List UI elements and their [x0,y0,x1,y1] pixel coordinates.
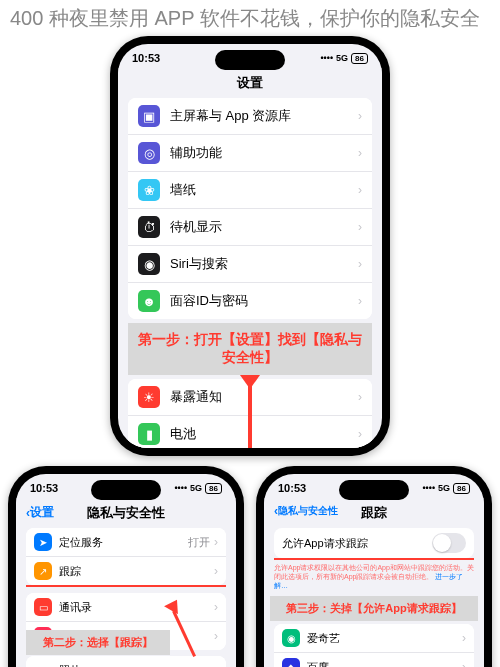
row-icon: ↗ [34,562,52,580]
row-icon: ☀ [138,386,160,408]
chevron-right-icon: › [358,257,362,271]
row-icon: ◆ [282,658,300,667]
row-label: 墙纸 [170,181,358,199]
back-label: 设置 [30,504,54,521]
row-label: 面容ID与密码 [170,292,358,310]
chevron-right-icon: › [462,631,466,645]
chevron-right-icon: › [358,146,362,160]
settings-list-2c: ✿照片›ᛒ蓝牙› [26,656,226,667]
setting-row[interactable]: ▣主屏幕与 App 资源库› [128,98,372,135]
setting-row[interactable]: ◆百度› [274,653,474,667]
phone-frame-1: 10:53 •••• 5G 86 设置 ▣主屏幕与 App 资源库›◎辅助功能›… [110,36,390,456]
setting-row[interactable]: ⏱待机显示› [128,209,372,246]
row-label: 跟踪 [59,564,214,579]
battery-icon: 86 [453,483,470,494]
status-time: 10:53 [132,52,160,64]
page-title: 隐私与安全性 [87,505,165,520]
row-label: 辅助功能 [170,144,358,162]
chevron-right-icon: › [214,535,218,549]
notch [339,480,409,500]
chevron-right-icon: › [358,294,362,308]
row-label: 定位服务 [59,535,188,550]
row-icon: ✿ [34,661,52,667]
chevron-right-icon: › [214,663,218,667]
chevron-right-icon: › [358,109,362,123]
row-label: 电池 [170,425,358,443]
network-label: 5G [190,483,202,493]
row-label: 照片 [59,663,214,668]
settings-list-2a: ➤定位服务打开›↗跟踪› [26,528,226,585]
chevron-right-icon: › [358,390,362,404]
row-label: 百度 [307,660,462,667]
setting-row[interactable]: ↗跟踪› [26,557,226,585]
row-icon: ☻ [138,290,160,312]
setting-row[interactable]: ❀墙纸› [128,172,372,209]
signal-icon: •••• [320,53,333,63]
row-icon: ➤ [34,533,52,551]
status-time: 10:53 [278,482,306,494]
step1-callout: 第一步：打开【设置】找到【隐私与安全性】 [128,323,372,375]
arrow-down-line [248,375,252,448]
battery-icon: 86 [205,483,222,494]
setting-row[interactable]: ◉爱奇艺› [274,624,474,653]
chevron-right-icon: › [214,629,218,643]
row-icon: ◉ [138,253,160,275]
toggle-row-group: 允许App请求跟踪 [274,528,474,558]
row-label: 主屏幕与 App 资源库 [170,107,358,125]
chevron-right-icon: › [358,220,362,234]
row-icon: ▭ [34,598,52,616]
page-title: 跟踪 [361,505,387,520]
setting-row[interactable]: ◉Siri与搜索› [128,246,372,283]
article-title: 400 种夜里禁用 APP 软件不花钱，保护你的隐私安全 [0,0,500,36]
chevron-right-icon: › [214,564,218,578]
row-label: 待机显示 [170,218,358,236]
row-icon: ◎ [138,142,160,164]
toggle-label: 允许App请求跟踪 [282,536,432,551]
page-title: 设置 [118,68,382,98]
notch [91,480,161,500]
row-label: 通讯录 [59,600,214,615]
row-label: 暴露通知 [170,388,358,406]
row-icon: ▮ [138,423,160,445]
nav-header: ‹ 隐私与安全性 跟踪 [264,498,484,528]
setting-row[interactable]: ☻面容ID与密码› [128,283,372,319]
setting-row[interactable]: ✿照片› [26,656,226,667]
back-button[interactable]: ‹ 隐私与安全性 [274,504,338,518]
row-icon: ⏱ [138,216,160,238]
tracking-toggle[interactable] [432,533,466,553]
battery-icon: 86 [351,53,368,64]
status-time: 10:53 [30,482,58,494]
network-label: 5G [336,53,348,63]
chevron-right-icon: › [462,660,466,667]
row-icon: ❀ [138,179,160,201]
signal-icon: •••• [422,483,435,493]
row-value: 打开 [188,535,210,550]
chevron-right-icon: › [358,183,362,197]
phone-frame-3: 10:53 •••• 5G 86 ‹ 隐私与安全性 跟踪 允许App请求跟踪 [256,466,492,667]
back-button[interactable]: ‹ 设置 [26,504,54,521]
row-label: Siri与搜索 [170,255,358,273]
phone-frame-2: 10:53 •••• 5G 86 ‹ 设置 隐私与安全性 ➤定位服务打开›↗跟踪… [8,466,244,667]
network-label: 5G [438,483,450,493]
fine-print: 允许App请求权限以在其他公司的App和网站中跟踪您的活动。关闭此选项后，所有新… [264,560,484,593]
setting-row[interactable]: ➤定位服务打开› [26,528,226,557]
settings-list-1a: ▣主屏幕与 App 资源库›◎辅助功能›❀墙纸›⏱待机显示›◉Siri与搜索›☻… [128,98,372,319]
setting-row[interactable]: ◎辅助功能› [128,135,372,172]
allow-tracking-row[interactable]: 允许App请求跟踪 [274,528,474,558]
signal-icon: •••• [174,483,187,493]
row-label: 爱奇艺 [307,631,462,646]
row-icon: ◉ [282,629,300,647]
step2-callout: 第二步：选择【跟踪】 [26,630,170,655]
step3-callout: 第三步：关掉【允许App请求跟踪】 [270,596,478,621]
nav-header: ‹ 设置 隐私与安全性 [16,498,236,528]
setting-row[interactable]: ▭通讯录› [26,593,226,622]
app-list: ◉爱奇艺›◆百度›▦百度地图›⌨百度输入法› [274,624,474,667]
row-icon: ▣ [138,105,160,127]
notch [215,50,285,70]
chevron-right-icon: › [358,427,362,441]
chevron-right-icon: › [214,600,218,614]
back-label: 隐私与安全性 [278,504,338,518]
